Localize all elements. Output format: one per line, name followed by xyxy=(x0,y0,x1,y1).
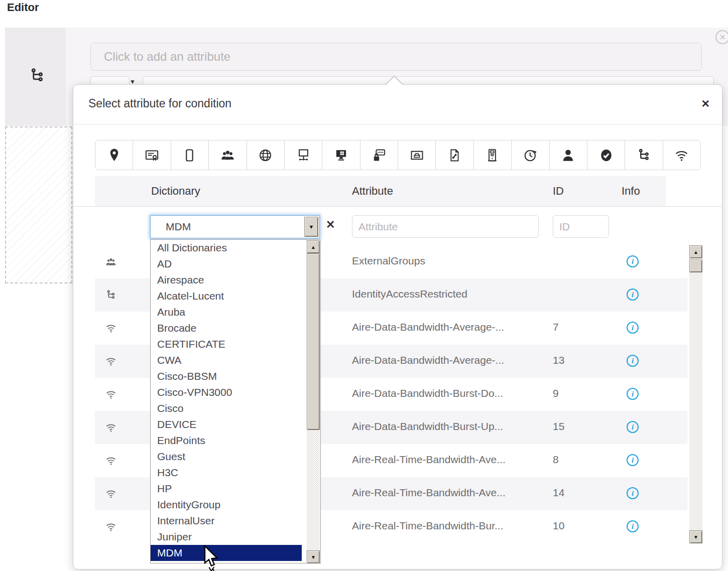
wireless-icon[interactable] xyxy=(663,140,700,170)
dictionary-dropdown-list: All Dictionaries AD Airespace Alcatel-Lu… xyxy=(150,239,321,563)
dropdown-item[interactable]: H3C xyxy=(151,465,302,481)
add-attribute-input[interactable] xyxy=(90,43,702,71)
wireless-icon xyxy=(105,521,117,533)
info-icon[interactable]: i xyxy=(627,520,639,532)
dropdown-item[interactable]: Alcatel-Lucent xyxy=(151,288,302,304)
policy-file-icon[interactable] xyxy=(436,140,473,170)
scrollbar-track[interactable] xyxy=(689,272,702,530)
wireless-icon xyxy=(105,488,117,500)
dropdown-item[interactable]: Cisco xyxy=(151,400,302,416)
dropdown-item[interactable]: All Dictionaries xyxy=(151,240,302,256)
network-access-icon[interactable] xyxy=(285,140,322,170)
time-and-date-icon[interactable] xyxy=(512,140,549,170)
attribute-name: Aire-Real-Time-Bandwidth-Ave... xyxy=(352,454,506,466)
endpoint-device-icon[interactable] xyxy=(171,140,209,170)
certificate-icon[interactable] xyxy=(133,140,171,170)
dropdown-item[interactable]: Cisco-VPN3000 xyxy=(151,384,302,400)
remove-condition-icon[interactable]: ✕ xyxy=(715,30,728,44)
dictionary-filter-combobox[interactable]: MDM ▼ xyxy=(150,215,320,238)
info-icon[interactable]: i xyxy=(627,487,639,499)
dictionary-filter-value: MDM xyxy=(166,221,191,233)
network-condition-icon[interactable] xyxy=(625,140,663,170)
combobox-dropdown-button[interactable]: ▼ xyxy=(304,217,318,237)
caret-down-icon: ▼ xyxy=(309,224,314,230)
close-icon[interactable]: ✕ xyxy=(701,98,710,110)
scroll-up-button[interactable]: ▲ xyxy=(689,245,702,258)
wireless-icon xyxy=(105,355,117,367)
workstation-icon[interactable] xyxy=(322,140,360,170)
network-condition-icon xyxy=(105,289,117,301)
info-icon[interactable]: i xyxy=(627,421,639,433)
attribute-name: Aire-Data-Bandwidth-Average-... xyxy=(352,321,504,333)
info-icon[interactable]: i xyxy=(627,355,639,367)
dropdown-item[interactable]: EndPoints xyxy=(151,433,302,449)
dropdown-scrollbar[interactable]: ▲ ▼ xyxy=(307,240,320,563)
attribute-name: IdentityAccessRestricted xyxy=(352,288,467,300)
password-icon[interactable] xyxy=(360,140,398,170)
dropdown-item[interactable]: HP xyxy=(151,481,302,497)
select-attribute-dialog: Select attribute for condition ✕ xyxy=(73,84,722,569)
scroll-up-button[interactable]: ▲ xyxy=(307,240,320,253)
id-filter-input[interactable] xyxy=(553,215,609,238)
title-separator xyxy=(73,124,722,124)
wireless-icon xyxy=(105,455,117,467)
dropdown-item[interactable]: IdentityGroup xyxy=(151,497,302,513)
scroll-up-icon: ▲ xyxy=(693,249,698,255)
dropdown-item[interactable]: Cisco-BBSM xyxy=(151,368,302,384)
dropdown-item[interactable]: Brocade xyxy=(151,320,302,336)
scroll-up-icon: ▲ xyxy=(311,244,316,250)
dropdown-item[interactable]: AD xyxy=(151,256,302,272)
dropdown-item[interactable]: Guest xyxy=(151,449,302,465)
ethernet-port-icon[interactable] xyxy=(398,140,436,170)
dropdown-item[interactable]: CERTIFICATE xyxy=(151,336,302,352)
wireless-icon xyxy=(105,322,117,334)
attribute-name: Aire-Data-Bandwidth-Average-... xyxy=(352,354,504,366)
scrollbar-thumb[interactable] xyxy=(689,259,702,272)
clear-dictionary-filter-icon[interactable]: ✕ xyxy=(326,218,335,231)
location-icon[interactable] xyxy=(95,140,133,170)
user-icon[interactable] xyxy=(550,140,587,170)
server-icon[interactable] xyxy=(474,140,512,170)
dropdown-item[interactable]: InternalUser xyxy=(151,513,302,529)
attribute-id: 15 xyxy=(553,420,564,433)
identity-groups-icon[interactable] xyxy=(209,140,247,170)
scrollbar-track[interactable] xyxy=(307,430,320,550)
attribute-name: Aire-Real-Time-Bandwidth-Bur... xyxy=(352,520,504,532)
dropdown-item[interactable]: Aruba xyxy=(151,304,302,320)
scroll-down-button[interactable]: ▼ xyxy=(689,530,702,543)
dropdown-item[interactable]: CWA xyxy=(151,352,302,368)
info-icon[interactable]: i xyxy=(627,289,639,301)
header-separator xyxy=(73,206,722,207)
wireless-icon xyxy=(105,421,117,434)
attribute-name: Aire-Real-Time-Bandwidth-Ave... xyxy=(352,487,506,499)
posture-status-icon[interactable] xyxy=(587,140,625,170)
scroll-down-button[interactable]: ▼ xyxy=(307,550,320,563)
scroll-down-icon: ▼ xyxy=(311,554,316,560)
column-dictionary: Dictionary xyxy=(151,185,200,198)
editor-left-column xyxy=(5,28,66,126)
dropdown-item[interactable]: DEVICE xyxy=(151,416,302,433)
page-title: Editor xyxy=(7,1,39,14)
dropdown-item-selected[interactable]: MDM xyxy=(151,545,302,561)
condition-drop-zone xyxy=(5,126,72,283)
network-condition-icon xyxy=(28,67,46,85)
dropdown-item[interactable]: Juniper xyxy=(151,529,302,545)
scrollbar-thumb[interactable] xyxy=(307,253,320,430)
attribute-name: ExternalGroups xyxy=(352,255,425,267)
dropdown-item[interactable]: Airespace xyxy=(151,272,302,288)
attribute-id: 8 xyxy=(553,454,559,466)
internet-domain-icon[interactable] xyxy=(247,140,285,170)
attribute-category-toolbar xyxy=(95,140,701,170)
attribute-id: 14 xyxy=(553,487,564,499)
info-icon[interactable]: i xyxy=(627,388,639,400)
info-icon[interactable]: i xyxy=(627,255,639,267)
mouse-cursor xyxy=(200,545,223,571)
attribute-filter-input[interactable] xyxy=(352,215,539,238)
dialog-title: Select attribute for condition xyxy=(88,97,231,110)
info-icon[interactable]: i xyxy=(627,322,639,334)
info-icon[interactable]: i xyxy=(627,454,639,466)
attribute-name: Aire-Data-Bandwidth-Burst-Up... xyxy=(352,420,503,433)
scroll-down-icon: ▼ xyxy=(693,534,698,540)
attribute-name: Aire-Data-Bandwidth-Burst-Do... xyxy=(352,387,503,399)
table-scrollbar[interactable]: ▲ ▼ xyxy=(689,245,702,543)
